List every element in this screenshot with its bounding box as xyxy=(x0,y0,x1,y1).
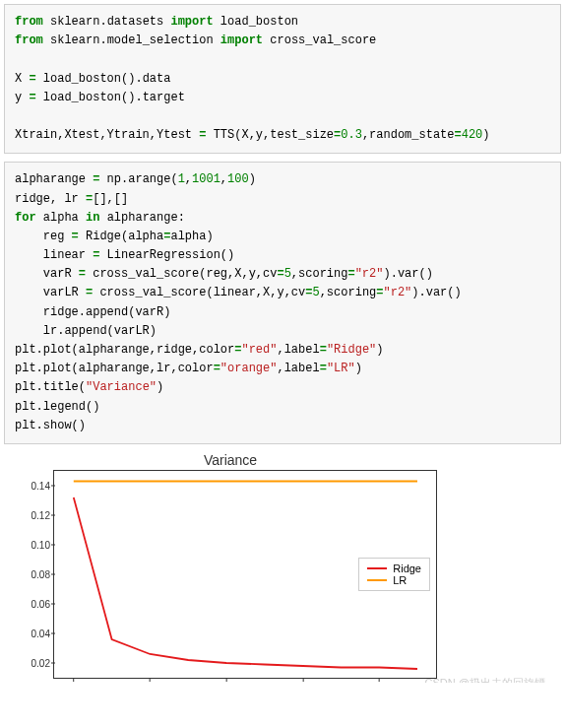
op: = xyxy=(347,267,354,281)
legend-swatch-lr xyxy=(367,579,387,581)
legend-label-ridge: Ridge xyxy=(393,563,421,574)
legend-row-lr: LR xyxy=(367,574,421,586)
code-text: ,label xyxy=(277,362,319,375)
code-text: plt.show() xyxy=(15,419,86,432)
code-text: cross_val_score(linear,X,y,cv xyxy=(93,286,305,299)
num: 420 xyxy=(462,128,483,142)
legend-swatch-ridge xyxy=(367,567,387,569)
code-text: ) xyxy=(249,172,256,186)
code-text: sklearn.model_selection xyxy=(50,33,214,47)
str: "Variance" xyxy=(86,380,157,394)
code-text: ,scoring xyxy=(291,267,348,281)
kw: in xyxy=(86,211,99,225)
kw: import xyxy=(170,15,213,29)
ytick: 0.14 xyxy=(17,480,50,491)
code-text: reg xyxy=(15,230,72,243)
str: "r2" xyxy=(355,267,384,281)
ytick: 0.06 xyxy=(17,598,50,609)
code-text: load_boston xyxy=(220,15,298,29)
op: = xyxy=(29,91,35,104)
code-text: alpharange: xyxy=(99,211,184,225)
code-text: plt.title( xyxy=(15,380,86,394)
op: = xyxy=(277,267,283,281)
code-text: lr.append(varLR) xyxy=(15,324,157,338)
watermark-text: CSDN @扔出去的回旋镖 xyxy=(425,676,545,683)
code-text: plt.plot(alpharange,ridge,color xyxy=(15,343,234,357)
code-cell-1: from sklearn.datasets import load_boston… xyxy=(4,4,561,154)
ytick: 0.02 xyxy=(17,657,50,668)
code-text: load_boston().target xyxy=(36,91,185,104)
op: = xyxy=(79,267,86,281)
code-text: np.arange( xyxy=(99,172,177,186)
num: 1001 xyxy=(192,172,220,186)
code-text: ) xyxy=(482,128,489,142)
code-text: LinearRegression() xyxy=(99,248,234,262)
code-text: alpha xyxy=(36,211,86,225)
num: 5 xyxy=(312,286,319,299)
code-text: [],[] xyxy=(93,192,128,206)
code-text: ,label xyxy=(277,343,319,357)
op: = xyxy=(320,343,327,357)
op: = xyxy=(29,72,35,86)
kw: import xyxy=(220,33,263,47)
code-text: TTS(X,y,test_size xyxy=(206,128,334,142)
code-text: ) xyxy=(355,362,362,375)
code-text: Ridge(alpha xyxy=(79,230,163,243)
code-text: load_boston().data xyxy=(36,72,171,86)
ytick: 0.12 xyxy=(17,509,50,520)
code-text: alpharange xyxy=(15,172,93,186)
code-text: , xyxy=(220,172,227,186)
code-text: ridge, lr xyxy=(15,192,86,206)
code-text: ,random_state xyxy=(362,128,455,142)
op: = xyxy=(455,128,462,142)
code-text: varR xyxy=(15,267,79,281)
code-text: y xyxy=(15,91,29,104)
ytick: 0.10 xyxy=(17,539,50,550)
str: "red" xyxy=(241,343,277,357)
kw: from xyxy=(15,15,43,29)
str: "Ridge" xyxy=(327,343,376,357)
num: 5 xyxy=(284,267,291,281)
code-text: sklearn.datasets xyxy=(50,15,163,29)
code-text: , xyxy=(185,172,192,186)
legend-label-lr: LR xyxy=(393,574,407,586)
ytick: 0.04 xyxy=(17,628,50,638)
legend-row-ridge: Ridge xyxy=(367,563,421,574)
chart-title: Variance xyxy=(14,452,447,468)
code-text: ) xyxy=(157,380,163,394)
chart-legend: Ridge LR xyxy=(358,558,430,591)
op: = xyxy=(214,362,220,375)
ytick: 0.08 xyxy=(17,568,50,579)
code-text: ridge.append(varR) xyxy=(15,305,170,319)
op: = xyxy=(320,362,327,375)
num: 100 xyxy=(227,172,249,186)
kw: from xyxy=(15,33,43,47)
code-text: X xyxy=(15,72,29,86)
plot-area: Ridge LR 0.020.040.060.080.100.120.14020… xyxy=(53,470,437,679)
code-text: plt.legend() xyxy=(15,400,99,414)
code-text: cross_val_score xyxy=(270,33,376,47)
num: 0.3 xyxy=(341,128,362,142)
code-text: linear xyxy=(15,248,93,262)
code-text: varLR xyxy=(15,286,86,299)
kw: for xyxy=(15,211,36,225)
num: 1 xyxy=(178,172,185,186)
code-text: cross_val_score(reg,X,y,cv xyxy=(86,267,277,281)
str: "orange" xyxy=(220,362,278,375)
str: "LR" xyxy=(327,362,355,375)
code-text: ,scoring xyxy=(320,286,377,299)
code-text: ).var() xyxy=(411,286,461,299)
variance-chart: Variance Ridge LR 0.020.040.060.080.100.… xyxy=(14,452,447,679)
str: "r2" xyxy=(383,286,411,299)
code-text: alpha) xyxy=(170,230,213,243)
code-text: Xtrain,Xtest,Ytrain,Ytest xyxy=(15,128,199,142)
code-text: plt.plot(alpharange,lr,color xyxy=(15,362,214,375)
code-cell-2: alpharange = np.arange(1,1001,100) ridge… xyxy=(4,162,561,444)
code-text: ).var() xyxy=(383,267,432,281)
code-text: ) xyxy=(376,343,383,357)
op: = xyxy=(72,230,79,243)
